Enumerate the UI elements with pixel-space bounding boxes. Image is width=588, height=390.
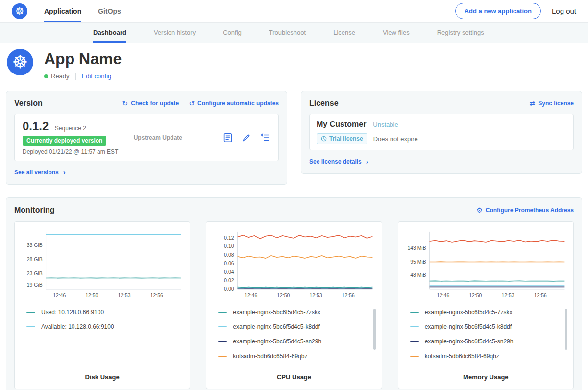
refresh-icon: ↻ [122,100,128,107]
legend-color-dash [410,356,419,357]
version-actions [222,132,270,143]
monitoring-card-title: Monitoring [14,206,55,215]
legend-item: example-nginx-5bc6f5d4c5-7zskx [410,309,561,316]
svg-text:12:56: 12:56 [534,293,546,298]
tab-registry-settings[interactable]: Registry settings [437,23,484,43]
check-for-update-link[interactable]: ↻ Check for update [122,100,179,107]
release-notes-icon[interactable] [222,132,233,143]
legend-item: Used: 10.128.0.66:9100 [26,309,177,316]
tab-license[interactable]: License [333,23,355,43]
chart-title: CPU Usage [211,367,376,381]
svg-text:12:53: 12:53 [310,293,322,298]
configure-prometheus-label: Configure Prometheus Address [486,207,574,214]
legend-label: example-nginx-5bc6f5d4c5-7zskx [233,309,320,316]
edit-config-icon[interactable] [241,132,252,143]
tab-config[interactable]: Config [223,23,242,43]
legend-label: Available: 10.128.0.66:9100 [41,323,114,330]
diff-icon[interactable] [260,132,270,143]
edit-config-link[interactable]: Edit config [82,73,112,80]
legend-label: example-nginx-5bc6f5d4c5-sn29h [425,338,514,345]
tab-view-files[interactable]: View files [383,23,410,43]
svg-text:12:50: 12:50 [85,293,98,298]
tab-dashboard[interactable]: Dashboard [93,23,126,43]
version-card-title: Version [14,99,43,108]
sync-license-link[interactable]: ⇄ Sync license [530,100,574,107]
disk-usage-panel: 33 GiB28 GiB23 GiB19 GiB12:4612:5012:531… [14,221,190,389]
svg-text:12:46: 12:46 [245,293,257,298]
configure-automatic-updates-label: Configure automatic updates [197,100,279,107]
topnav-right: Add a new application Log out [455,0,576,22]
see-license-details-link[interactable]: See license details › [309,157,368,166]
legend-scrollbar[interactable] [373,309,376,350]
svg-text:12:50: 12:50 [277,293,290,298]
cpu-usage-chart: 0.120.100.080.060.040.020.0012:4612:5012… [211,228,376,302]
legend-color-dash [218,341,227,342]
legend-item: kotsadm-5db6dc6584-69qbz [218,353,368,360]
chevron-right-icon: › [366,157,368,166]
clock-icon [321,136,327,142]
deployed-timestamp: Deployed 01/21/22 @ 11:57 am EST [23,148,134,155]
tab-troubleshoot[interactable]: Troubleshoot [269,23,306,43]
see-license-details-label: See license details [309,158,362,165]
app-subnav: Dashboard Version history Config Trouble… [0,23,588,43]
svg-text:12:56: 12:56 [150,293,163,298]
legend-item: Available: 10.128.0.66:9100 [26,323,177,330]
trial-license-label: Trial license [329,135,363,142]
add-application-button[interactable]: Add a new application [455,3,541,19]
tab-application[interactable]: Application [44,0,81,22]
legend-label: example-nginx-5bc6f5d4c5-7zskx [425,309,513,316]
svg-text:12:50: 12:50 [469,293,482,298]
legend-label: example-nginx-5bc6f5d4c5-k8ddf [233,323,319,330]
svg-text:12:53: 12:53 [118,293,131,298]
svg-text:0.00: 0.00 [224,286,234,292]
sync-license-label: Sync license [538,100,574,107]
tab-gitops[interactable]: GitOps [98,0,121,22]
svg-text:28 GiB: 28 GiB [27,257,43,262]
app-status-row: Ready Edit config [44,73,122,80]
app-name-title: App Name [44,50,122,68]
svg-text:0.06: 0.06 [224,261,234,266]
license-card: License ⇄ Sync license My Customer Unsta… [301,91,582,174]
legend-color-dash [410,341,419,342]
license-card-title: License [309,99,339,108]
disk-usage-legend: Used: 10.128.0.66:9100Available: 10.128.… [20,309,185,338]
disk-usage-chart: 33 GiB28 GiB23 GiB19 GiB12:4612:5012:531… [20,228,185,302]
license-expiration: Does not expire [373,135,418,143]
upstream-update-label: Upstream Update [134,134,222,141]
license-channel: Unstable [373,121,398,128]
version-sequence: Sequence 2 [55,125,86,132]
svg-text:0.08: 0.08 [224,252,234,258]
topnav-tabs: Application GitOps [44,0,121,22]
legend-item: example-nginx-5bc6f5d4c5-k8ddf [218,323,368,330]
deployed-badge: Currently deployed version [23,136,106,146]
customer-name: My Customer [317,120,366,129]
configure-automatic-updates-link[interactable]: ↺ Configure automatic updates [189,100,279,107]
configure-prometheus-link[interactable]: ⚙ Configure Prometheus Address [476,207,574,214]
legend-label: kotsadm-5db6dc6584-69qbz [425,353,499,360]
logout-link[interactable]: Log out [552,7,576,15]
chart-title: Memory Usage [403,367,568,381]
legend-label: example-nginx-5bc6f5d4c5-k8ddf [425,323,512,330]
legend-item: kotsadm-5db6dc6584-69qbz [410,353,561,360]
legend-color-dash [26,312,35,313]
kubernetes-wheel-icon: ☸ [15,6,24,16]
svg-text:0.10: 0.10 [224,244,234,249]
legend-label: kotsadm-5db6dc6584-69qbz [233,353,307,360]
kubernetes-logo: ☸ [12,3,27,19]
legend-scrollbar[interactable] [565,309,567,350]
legend-color-dash [218,326,227,327]
trial-license-badge: Trial license [317,133,368,144]
version-info: 0.1.2 Sequence 2 Currently deployed vers… [23,120,134,155]
version-number: 0.1.2 [23,120,49,133]
app-header: ☸ App Name Ready Edit config [0,43,588,87]
chart-title: Disk Usage [20,367,185,381]
tab-version-history[interactable]: Version history [154,23,196,43]
legend-item: example-nginx-5bc6f5d4c5-7zskx [218,309,368,316]
svg-text:12:46: 12:46 [437,293,449,298]
svg-text:12:46: 12:46 [53,293,66,298]
legend-label: example-nginx-5bc6f5d4c5-sn29h [233,338,321,345]
see-all-versions-link[interactable]: See all versions › [14,168,66,176]
divider [75,73,76,80]
app-title-block: App Name Ready Edit config [44,49,122,80]
svg-text:33 GiB: 33 GiB [27,243,43,248]
